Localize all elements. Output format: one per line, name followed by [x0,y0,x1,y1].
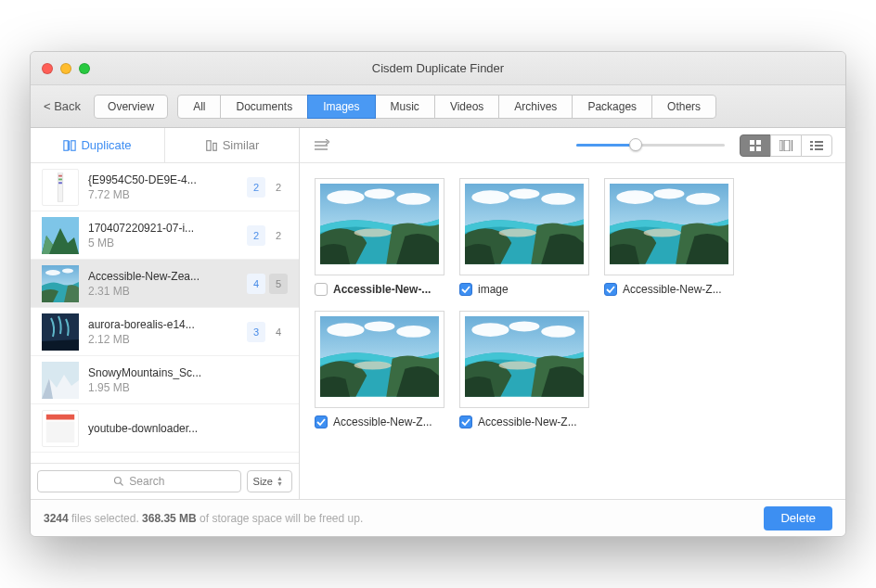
svg-point-11 [45,270,60,275]
gallery-item-checkbox[interactable] [604,283,617,296]
column-view-button[interactable] [770,134,802,157]
gallery-thumbnail [315,311,444,408]
tab-documents[interactable]: Documents [220,95,308,119]
list-item[interactable]: aurora-borealis-e14... 2.12 MB 3 4 [31,308,299,356]
gallery-thumbnail [315,178,444,275]
svg-rect-28 [792,140,792,151]
gallery-thumbnail [459,311,589,408]
svg-point-41 [471,190,509,204]
duplicate-groups-list[interactable]: {E9954C50-DE9E-4... 7.72 MB 2 2 17040722… [31,163,299,463]
item-selected-count: 2 [247,177,265,198]
zoom-slider[interactable] [576,136,725,155]
item-thumbnail [42,410,79,447]
main-toolbar: < Back Overview All Documents Images Mus… [31,85,845,128]
list-icon [810,140,823,151]
column-icon [779,140,792,151]
item-size: 2.12 MB [88,333,238,346]
gallery-item-name: Accessible-New-... [333,283,431,296]
gallery-item-checkbox[interactable] [315,415,328,428]
duplicate-tab-label: Duplicate [81,138,131,152]
main-content: Duplicate Similar {E9954C50-DE9E-4... 7.… [31,128,845,499]
gallery-item[interactable]: Accessible-New-Z... [604,178,734,296]
sidebar: Duplicate Similar {E9954C50-DE9E-4... 7.… [31,128,300,499]
freed-size: 368.35 MB [142,512,197,525]
list-item[interactable]: 170407220921-07-i... 5 MB 2 2 [31,211,299,260]
category-tabs: All Documents Images Music Videos Archiv… [177,95,716,119]
svg-rect-8 [58,182,62,184]
list-item[interactable]: Accessible-New-Zea... 2.31 MB 4 5 [31,260,299,308]
tab-music[interactable]: Music [375,95,435,119]
similar-tab[interactable]: Similar [165,128,299,162]
gallery-item-checkbox[interactable] [459,283,472,296]
sort-button[interactable]: Size ▲▼ [247,470,292,492]
list-item[interactable]: {E9954C50-DE9E-4... 7.72 MB 2 2 [31,163,299,211]
slider-knob[interactable] [629,138,642,151]
delete-button[interactable]: Delete [764,506,832,530]
item-thumbnail [42,169,79,206]
gallery-item-checkbox[interactable] [459,415,472,428]
gallery-item[interactable]: Accessible-New-Z... [459,311,589,428]
svg-point-38 [396,193,431,205]
item-size: 2.31 MB [88,285,238,298]
gallery-item[interactable]: Accessible-New-Z... [315,311,444,428]
selected-count: 3244 [44,512,69,525]
svg-rect-23 [756,140,761,145]
tab-archives[interactable]: Archives [498,95,573,119]
item-name: aurora-borealis-e14... [88,318,238,331]
svg-rect-16 [46,421,74,442]
search-placeholder: Search [129,475,164,488]
filter-icon [313,139,329,152]
close-window-button[interactable] [42,63,53,74]
svg-point-48 [686,193,720,205]
list-view-button[interactable] [801,134,832,157]
svg-rect-30 [815,141,823,143]
svg-point-37 [365,188,395,198]
window-title: Cisdem Duplicate Finder [31,61,845,75]
sidebar-footer: Search Size ▲▼ [31,463,299,499]
item-size: 1.95 MB [88,381,278,394]
gallery-item-checkbox[interactable] [315,283,328,296]
preview-panel: Accessible-New-... image Accessible-New-… [300,128,845,499]
svg-rect-29 [810,141,813,143]
overview-button[interactable]: Overview [94,95,168,119]
item-total-count: 2 [269,177,288,198]
item-name: youtube-downloader... [88,422,288,435]
titlebar: Cisdem Duplicate Finder [31,52,845,85]
duplicate-tab[interactable]: Duplicate [31,128,165,162]
item-size: 7.72 MB [88,188,238,201]
svg-point-36 [327,190,364,204]
gallery-thumbnail [604,178,734,275]
gallery-item-name: Accessible-New-Z... [333,415,432,428]
minimize-window-button[interactable] [60,63,71,74]
list-item[interactable]: youtube-downloader... [31,404,299,453]
gallery-item[interactable]: Accessible-New-... [315,178,444,296]
search-input[interactable]: Search [37,470,241,492]
svg-rect-7 [58,178,62,180]
tab-videos[interactable]: Videos [434,95,499,119]
tab-images[interactable]: Images [307,95,375,119]
stepper-icon: ▲▼ [277,476,286,487]
svg-point-57 [509,321,540,331]
item-size: 5 MB [88,236,238,249]
back-button[interactable]: < Back [40,96,84,117]
gallery-item-name: Accessible-New-Z... [478,415,577,428]
tab-packages[interactable]: Packages [572,95,652,119]
zoom-window-button[interactable] [79,63,90,74]
item-name: Accessible-New-Zea... [88,270,238,283]
svg-point-44 [499,228,536,236]
list-item[interactable]: SnowyMountains_Sc... 1.95 MB [31,356,299,404]
svg-rect-33 [810,148,813,150]
tab-all[interactable]: All [177,95,221,119]
similar-tab-label: Similar [223,138,260,152]
item-total-count: 2 [269,225,288,246]
item-name: 170407220921-07-i... [88,222,238,235]
item-name: {E9954C50-DE9E-4... [88,173,238,186]
status-bar: 3244 files selected. 368.35 MB of storag… [31,499,845,536]
svg-point-59 [499,361,536,369]
filter-button[interactable] [313,139,329,152]
tab-others[interactable]: Others [651,95,716,119]
duplicate-icon [63,139,76,152]
gallery-item[interactable]: image [459,178,589,296]
grid-view-button[interactable] [740,134,771,157]
svg-rect-22 [750,140,754,145]
